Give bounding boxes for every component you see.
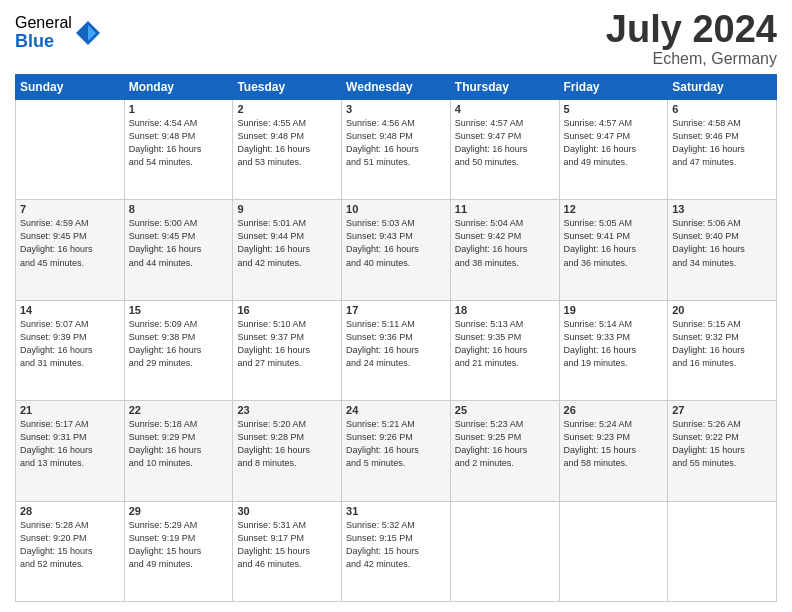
day-number: 6 — [672, 103, 772, 115]
title-month: July 2024 — [606, 10, 777, 48]
day-number: 2 — [237, 103, 337, 115]
table-row: 17Sunrise: 5:11 AM Sunset: 9:36 PM Dayli… — [342, 300, 451, 400]
day-number: 4 — [455, 103, 555, 115]
day-number: 5 — [564, 103, 664, 115]
day-number: 9 — [237, 203, 337, 215]
table-row: 28Sunrise: 5:28 AM Sunset: 9:20 PM Dayli… — [16, 501, 125, 601]
calendar-week-row: 21Sunrise: 5:17 AM Sunset: 9:31 PM Dayli… — [16, 401, 777, 501]
col-friday: Friday — [559, 75, 668, 100]
day-number: 11 — [455, 203, 555, 215]
day-number: 29 — [129, 505, 229, 517]
day-info: Sunrise: 5:05 AM Sunset: 9:41 PM Dayligh… — [564, 217, 664, 269]
table-row: 5Sunrise: 4:57 AM Sunset: 9:47 PM Daylig… — [559, 100, 668, 200]
table-row: 26Sunrise: 5:24 AM Sunset: 9:23 PM Dayli… — [559, 401, 668, 501]
day-info: Sunrise: 5:07 AM Sunset: 9:39 PM Dayligh… — [20, 318, 120, 370]
day-number: 16 — [237, 304, 337, 316]
logo-blue: Blue — [15, 32, 72, 52]
day-info: Sunrise: 5:10 AM Sunset: 9:37 PM Dayligh… — [237, 318, 337, 370]
table-row: 27Sunrise: 5:26 AM Sunset: 9:22 PM Dayli… — [668, 401, 777, 501]
table-row — [16, 100, 125, 200]
col-sunday: Sunday — [16, 75, 125, 100]
table-row: 16Sunrise: 5:10 AM Sunset: 9:37 PM Dayli… — [233, 300, 342, 400]
table-row: 15Sunrise: 5:09 AM Sunset: 9:38 PM Dayli… — [124, 300, 233, 400]
day-number: 25 — [455, 404, 555, 416]
table-row: 19Sunrise: 5:14 AM Sunset: 9:33 PM Dayli… — [559, 300, 668, 400]
col-thursday: Thursday — [450, 75, 559, 100]
day-info: Sunrise: 4:58 AM Sunset: 9:46 PM Dayligh… — [672, 117, 772, 169]
table-row: 14Sunrise: 5:07 AM Sunset: 9:39 PM Dayli… — [16, 300, 125, 400]
day-number: 27 — [672, 404, 772, 416]
table-row: 29Sunrise: 5:29 AM Sunset: 9:19 PM Dayli… — [124, 501, 233, 601]
logo-icon — [74, 19, 102, 47]
day-info: Sunrise: 5:29 AM Sunset: 9:19 PM Dayligh… — [129, 519, 229, 571]
table-row: 20Sunrise: 5:15 AM Sunset: 9:32 PM Dayli… — [668, 300, 777, 400]
day-info: Sunrise: 5:31 AM Sunset: 9:17 PM Dayligh… — [237, 519, 337, 571]
calendar-table: Sunday Monday Tuesday Wednesday Thursday… — [15, 74, 777, 602]
col-monday: Monday — [124, 75, 233, 100]
day-info: Sunrise: 5:00 AM Sunset: 9:45 PM Dayligh… — [129, 217, 229, 269]
table-row: 25Sunrise: 5:23 AM Sunset: 9:25 PM Dayli… — [450, 401, 559, 501]
table-row: 12Sunrise: 5:05 AM Sunset: 9:41 PM Dayli… — [559, 200, 668, 300]
table-row: 9Sunrise: 5:01 AM Sunset: 9:44 PM Daylig… — [233, 200, 342, 300]
day-number: 20 — [672, 304, 772, 316]
day-number: 30 — [237, 505, 337, 517]
day-info: Sunrise: 5:20 AM Sunset: 9:28 PM Dayligh… — [237, 418, 337, 470]
day-info: Sunrise: 5:28 AM Sunset: 9:20 PM Dayligh… — [20, 519, 120, 571]
day-info: Sunrise: 5:03 AM Sunset: 9:43 PM Dayligh… — [346, 217, 446, 269]
day-number: 10 — [346, 203, 446, 215]
col-tuesday: Tuesday — [233, 75, 342, 100]
table-row: 8Sunrise: 5:00 AM Sunset: 9:45 PM Daylig… — [124, 200, 233, 300]
logo-text: General Blue — [15, 14, 72, 51]
day-number: 3 — [346, 103, 446, 115]
table-row: 10Sunrise: 5:03 AM Sunset: 9:43 PM Dayli… — [342, 200, 451, 300]
day-number: 17 — [346, 304, 446, 316]
logo-general: General — [15, 14, 72, 32]
table-row — [559, 501, 668, 601]
day-number: 24 — [346, 404, 446, 416]
day-info: Sunrise: 5:04 AM Sunset: 9:42 PM Dayligh… — [455, 217, 555, 269]
table-row: 31Sunrise: 5:32 AM Sunset: 9:15 PM Dayli… — [342, 501, 451, 601]
day-info: Sunrise: 5:24 AM Sunset: 9:23 PM Dayligh… — [564, 418, 664, 470]
day-number: 23 — [237, 404, 337, 416]
day-info: Sunrise: 4:54 AM Sunset: 9:48 PM Dayligh… — [129, 117, 229, 169]
day-info: Sunrise: 5:01 AM Sunset: 9:44 PM Dayligh… — [237, 217, 337, 269]
title-block: July 2024 Echem, Germany — [606, 10, 777, 68]
day-info: Sunrise: 5:13 AM Sunset: 9:35 PM Dayligh… — [455, 318, 555, 370]
day-info: Sunrise: 5:06 AM Sunset: 9:40 PM Dayligh… — [672, 217, 772, 269]
day-number: 12 — [564, 203, 664, 215]
table-row: 3Sunrise: 4:56 AM Sunset: 9:48 PM Daylig… — [342, 100, 451, 200]
page: General Blue July 2024 Echem, Germany Su… — [0, 0, 792, 612]
day-info: Sunrise: 5:09 AM Sunset: 9:38 PM Dayligh… — [129, 318, 229, 370]
day-info: Sunrise: 4:57 AM Sunset: 9:47 PM Dayligh… — [564, 117, 664, 169]
day-info: Sunrise: 5:23 AM Sunset: 9:25 PM Dayligh… — [455, 418, 555, 470]
day-number: 28 — [20, 505, 120, 517]
day-info: Sunrise: 5:21 AM Sunset: 9:26 PM Dayligh… — [346, 418, 446, 470]
col-saturday: Saturday — [668, 75, 777, 100]
day-number: 14 — [20, 304, 120, 316]
day-info: Sunrise: 4:55 AM Sunset: 9:48 PM Dayligh… — [237, 117, 337, 169]
calendar-week-row: 1Sunrise: 4:54 AM Sunset: 9:48 PM Daylig… — [16, 100, 777, 200]
day-number: 1 — [129, 103, 229, 115]
calendar-week-row: 7Sunrise: 4:59 AM Sunset: 9:45 PM Daylig… — [16, 200, 777, 300]
logo: General Blue — [15, 14, 102, 51]
calendar-week-row: 28Sunrise: 5:28 AM Sunset: 9:20 PM Dayli… — [16, 501, 777, 601]
day-info: Sunrise: 4:57 AM Sunset: 9:47 PM Dayligh… — [455, 117, 555, 169]
table-row: 13Sunrise: 5:06 AM Sunset: 9:40 PM Dayli… — [668, 200, 777, 300]
day-number: 19 — [564, 304, 664, 316]
table-row: 18Sunrise: 5:13 AM Sunset: 9:35 PM Dayli… — [450, 300, 559, 400]
day-info: Sunrise: 4:56 AM Sunset: 9:48 PM Dayligh… — [346, 117, 446, 169]
table-row: 30Sunrise: 5:31 AM Sunset: 9:17 PM Dayli… — [233, 501, 342, 601]
day-number: 8 — [129, 203, 229, 215]
day-number: 31 — [346, 505, 446, 517]
title-location: Echem, Germany — [606, 50, 777, 68]
table-row — [668, 501, 777, 601]
day-info: Sunrise: 5:32 AM Sunset: 9:15 PM Dayligh… — [346, 519, 446, 571]
day-info: Sunrise: 4:59 AM Sunset: 9:45 PM Dayligh… — [20, 217, 120, 269]
calendar-week-row: 14Sunrise: 5:07 AM Sunset: 9:39 PM Dayli… — [16, 300, 777, 400]
table-row: 23Sunrise: 5:20 AM Sunset: 9:28 PM Dayli… — [233, 401, 342, 501]
table-row: 2Sunrise: 4:55 AM Sunset: 9:48 PM Daylig… — [233, 100, 342, 200]
day-number: 18 — [455, 304, 555, 316]
day-number: 7 — [20, 203, 120, 215]
table-row: 7Sunrise: 4:59 AM Sunset: 9:45 PM Daylig… — [16, 200, 125, 300]
table-row: 21Sunrise: 5:17 AM Sunset: 9:31 PM Dayli… — [16, 401, 125, 501]
